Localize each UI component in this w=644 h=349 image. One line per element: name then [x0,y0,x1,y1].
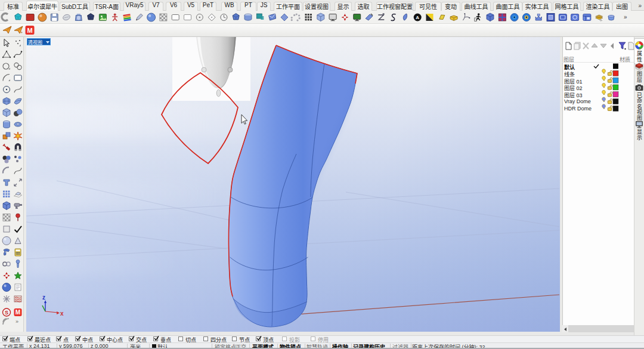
svg-text:z: z [42,294,45,301]
svg-text:»: » [16,319,18,325]
svg-text:M: M [16,309,20,316]
svg-text:»: » [624,14,627,20]
svg-text:x: x [60,310,64,317]
svg-text:M: M [27,27,32,34]
svg-text:S: S [5,310,8,316]
svg-text:+: + [20,30,23,35]
svg-text:A: A [416,15,419,20]
